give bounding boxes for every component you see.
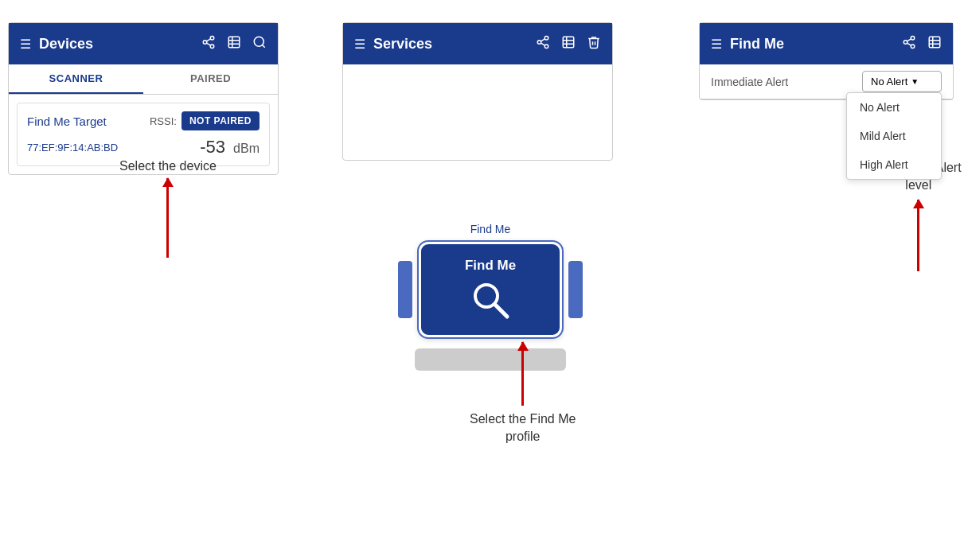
svg-rect-27 [929,37,940,48]
device-name: Find Me Target [27,115,107,128]
services-panel: ☰ Services [342,22,613,161]
find-me-panel-header: ☰ Find Me [700,23,953,64]
find-me-panel: ☰ Find Me Immediate Alert No Alert ▼ [699,22,954,100]
services-list-icon[interactable] [561,35,576,52]
alert-option-mild-alert[interactable]: Mild Alert [847,122,941,150]
devices-tabs: SCANNER PAIRED [9,64,278,95]
services-panel-title: Services [373,36,528,52]
devices-panel-header: ☰ Devices [9,23,278,64]
svg-point-1 [203,41,207,45]
services-delete-icon[interactable] [587,35,601,52]
services-panel-header: ☰ Services [343,23,612,64]
svg-line-15 [541,39,544,41]
device-mac: 77:EF:9F:14:AB:BD [27,142,118,154]
services-menu-icon[interactable]: ☰ [354,37,365,52]
devices-menu-icon[interactable]: ☰ [20,37,31,52]
services-share-icon[interactable] [536,35,550,52]
svg-point-24 [911,45,915,49]
svg-line-3 [206,43,210,45]
svg-point-22 [911,37,915,41]
devices-panel-title: Devices [39,36,193,52]
immediate-alert-label: Immediate Alert [711,76,854,88]
svg-point-2 [210,45,214,49]
find-me-panel-title: Find Me [730,36,894,52]
find-me-card[interactable]: Find Me [419,242,562,337]
svg-line-26 [907,39,911,41]
tab-paired[interactable]: PAIRED [143,64,278,94]
device-item[interactable]: Find Me Target RSSI: NOT PAIRED 77:EF:9F… [17,103,270,166]
right-tab [568,261,583,318]
alert-option-high-alert[interactable]: High Alert [847,150,941,179]
not-paired-button[interactable]: NOT PAIRED [181,111,260,130]
svg-line-10 [262,45,264,47]
dropdown-chevron-icon: ▼ [911,77,919,86]
devices-panel: ☰ Devices SCANNER PAIRED Find Me [8,22,279,175]
devices-list-icon[interactable] [227,35,241,52]
find-me-card-title: Find Me [465,258,516,274]
alert-dropdown-container: No Alert ▼ No Alert Mild Alert High Aler… [862,71,942,92]
svg-rect-16 [563,37,574,48]
immediate-alert-row: Immediate Alert No Alert ▼ No Alert Mild… [700,64,953,99]
select-device-text: Select the device [119,159,217,173]
find-me-share-icon[interactable] [902,35,916,52]
alert-dropdown-selected: No Alert [871,76,907,88]
find-me-search-icon [469,278,512,321]
find-me-menu-icon[interactable]: ☰ [711,37,722,52]
svg-point-9 [254,37,263,46]
left-tab [398,261,412,318]
select-find-me-text: Select the Find Meprofile [470,410,576,446]
svg-point-12 [537,41,541,45]
svg-point-11 [544,37,548,41]
alert-option-no-alert[interactable]: No Alert [847,93,941,122]
tab-scanner[interactable]: SCANNER [9,64,143,94]
alert-dropdown-button[interactable]: No Alert ▼ [862,71,942,92]
svg-line-25 [907,43,911,45]
find-me-list-icon[interactable] [927,35,942,52]
svg-point-23 [904,41,907,45]
devices-share-icon[interactable] [201,35,216,52]
svg-line-14 [541,43,544,45]
svg-point-13 [544,45,548,49]
rssi-unit: dBm [233,142,260,156]
rssi-value: -53 [200,137,225,158]
find-me-profile-label: Find Me [470,223,511,235]
svg-point-0 [210,37,214,41]
devices-search-icon[interactable] [252,35,267,52]
select-find-me-annotation: Select the Find Meprofile [470,342,576,446]
svg-rect-5 [228,37,240,48]
select-device-annotation: Select the device [119,159,217,258]
alert-dropdown-menu: No Alert Mild Alert High Alert [846,92,942,180]
svg-line-21 [495,305,507,317]
services-body [343,64,612,160]
svg-line-4 [206,39,210,41]
rssi-label: RSSI: [150,115,177,127]
